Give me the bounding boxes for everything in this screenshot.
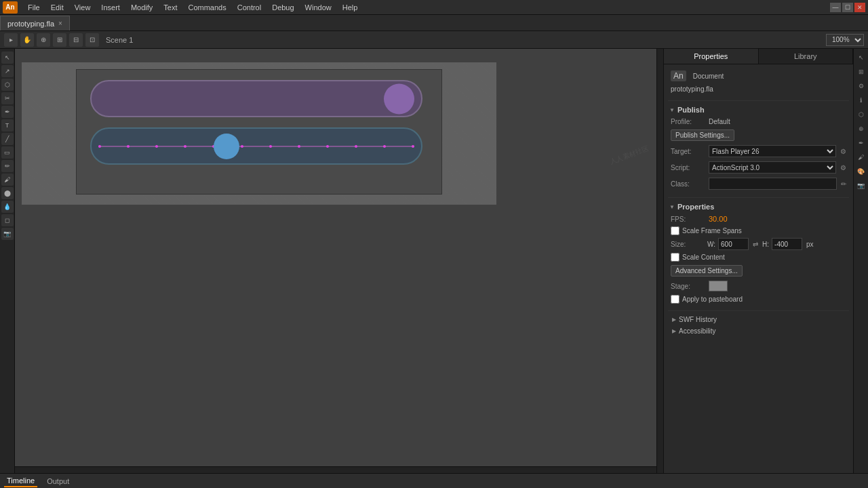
apply-pasteboard-checkbox[interactable] bbox=[671, 295, 679, 304]
doc-filename-row: prototyping.fla bbox=[668, 83, 849, 95]
advanced-settings-button[interactable]: Advanced Settings... bbox=[671, 265, 743, 277]
profile-label: Profile: bbox=[671, 118, 705, 125]
stage-hscroll[interactable] bbox=[15, 466, 656, 473]
timeline-tab[interactable]: Timeline bbox=[4, 475, 37, 487]
tool-eraser[interactable]: ◻ bbox=[1, 214, 14, 226]
stage-vscroll[interactable] bbox=[656, 49, 663, 473]
tool-grid[interactable]: ⊞ bbox=[53, 33, 66, 47]
tab-filename: prototyping.fla bbox=[7, 20, 54, 28]
tool-paint-bucket[interactable]: ⬤ bbox=[1, 187, 14, 199]
ri-camera[interactable]: 📷 bbox=[855, 180, 867, 192]
swap-dimensions-icon[interactable]: ⇄ bbox=[753, 241, 758, 248]
menu-bar: An File Edit View Insert Modify Text Com… bbox=[0, 0, 868, 15]
tool-pen[interactable]: ✒ bbox=[1, 106, 14, 118]
close-button[interactable]: ✕ bbox=[854, 3, 865, 12]
tool-text[interactable]: T bbox=[1, 119, 14, 131]
publish-settings-button[interactable]: Publish Settings... bbox=[671, 129, 734, 141]
scale-frames-label: Scale Frame Spans bbox=[682, 227, 742, 235]
tool-anchor[interactable]: ⊡ bbox=[85, 33, 99, 47]
menu-modify[interactable]: Modify bbox=[126, 2, 157, 13]
tool-lasso[interactable]: ✂ bbox=[1, 92, 14, 104]
ri-pen[interactable]: ✒ bbox=[855, 137, 867, 149]
tab-library[interactable]: Library bbox=[759, 49, 854, 64]
script-select[interactable]: ActionScript 3.0 bbox=[709, 161, 836, 174]
ri-transform[interactable]: ⬡ bbox=[855, 108, 867, 121]
menu-commands[interactable]: Commands bbox=[183, 2, 231, 13]
menu-edit[interactable]: Edit bbox=[46, 2, 68, 13]
tool-sub-select[interactable]: ↗ bbox=[1, 65, 14, 77]
swf-history-row[interactable]: ▶ SWF History bbox=[668, 314, 849, 325]
publish-header[interactable]: ▼ Publish bbox=[668, 104, 849, 116]
document-section: An Document prototyping.fla bbox=[668, 68, 849, 95]
tool-zoom-in[interactable]: ⊕ bbox=[37, 33, 50, 47]
ri-brush[interactable]: 🖌 bbox=[855, 151, 867, 163]
class-label: Class: bbox=[671, 180, 705, 188]
tool-snap[interactable]: ⊟ bbox=[69, 33, 83, 47]
script-settings-icon[interactable]: ⚙ bbox=[840, 164, 846, 171]
scene-label: Scene 1 bbox=[102, 36, 137, 44]
publish-label: Publish bbox=[677, 106, 705, 114]
bottom-section: Timeline Output + 🗑 🔒 👁 📁 ≡ 👁 🔒 Off bbox=[0, 473, 868, 488]
doc-header-row: An Document bbox=[668, 68, 849, 83]
target-select[interactable]: Flash Player 26 bbox=[709, 145, 836, 157]
ri-color[interactable]: 🎨 bbox=[855, 165, 867, 178]
apply-pasteboard-label: Apply to pasteboard bbox=[682, 296, 743, 303]
timeline-header: Timeline Output bbox=[0, 474, 868, 488]
minimize-button[interactable]: — bbox=[830, 3, 841, 12]
stage-inner bbox=[76, 69, 442, 195]
properties-section: ▼ Properties FPS: 30.00 Scale Frame Span… bbox=[668, 201, 849, 305]
menu-insert[interactable]: Insert bbox=[96, 2, 125, 13]
ri-arrow[interactable]: ↖ bbox=[855, 52, 867, 64]
advanced-settings-row: Advanced Settings... bbox=[668, 263, 849, 279]
tab-close[interactable]: × bbox=[58, 20, 62, 27]
class-row: Class: ✏ bbox=[668, 176, 849, 192]
stage-label: Stage: bbox=[671, 283, 705, 290]
class-edit-icon[interactable]: ✏ bbox=[841, 180, 846, 188]
class-input[interactable] bbox=[709, 178, 837, 190]
tool-select[interactable]: ▸ bbox=[4, 33, 18, 47]
target-settings-icon[interactable]: ⚙ bbox=[840, 148, 846, 155]
tool-pencil[interactable]: ✏ bbox=[1, 160, 14, 172]
publish-section: ▼ Publish Profile: Default Publish Setti… bbox=[668, 104, 849, 192]
tool-rect[interactable]: ▭ bbox=[1, 146, 14, 159]
file-tab[interactable]: prototyping.fla × bbox=[0, 16, 70, 30]
tool-line[interactable]: ╱ bbox=[1, 133, 14, 145]
menu-file[interactable]: File bbox=[23, 2, 45, 13]
menu-help[interactable]: Help bbox=[338, 2, 363, 13]
height-input[interactable] bbox=[772, 238, 802, 250]
tool-transform[interactable]: ⬡ bbox=[1, 79, 14, 91]
tool-brush[interactable]: 🖌 bbox=[1, 174, 14, 186]
tool-eyedropper[interactable]: 💧 bbox=[1, 201, 14, 213]
menu-view[interactable]: View bbox=[70, 2, 96, 13]
scale-frames-checkbox[interactable] bbox=[671, 226, 679, 235]
menu-control[interactable]: Control bbox=[233, 2, 266, 13]
scale-content-row: Scale Content bbox=[668, 251, 849, 263]
window-controls: — ☐ ✕ bbox=[830, 0, 868, 15]
tool-camera[interactable]: 📷 bbox=[1, 228, 14, 240]
ri-info[interactable]: ℹ bbox=[855, 94, 867, 106]
left-toolbar: ↖ ↗ ⬡ ✂ ✒ T ╱ ▭ ✏ 🖌 ⬤ 💧 ◻ 📷 bbox=[0, 49, 15, 473]
menu-debug[interactable]: Debug bbox=[267, 2, 298, 13]
scale-content-checkbox[interactable] bbox=[671, 253, 679, 262]
tool-arrow[interactable]: ↖ bbox=[1, 52, 14, 64]
panel-tab-bar: Properties Library bbox=[664, 49, 853, 64]
height-label: H: bbox=[762, 241, 769, 248]
stage-canvas[interactable] bbox=[22, 62, 496, 205]
tab-properties[interactable]: Properties bbox=[664, 49, 759, 64]
ri-zoom[interactable]: ⊕ bbox=[855, 123, 867, 135]
stage-color-swatch[interactable] bbox=[709, 281, 728, 291]
maximize-button[interactable]: ☐ bbox=[842, 3, 853, 12]
output-tab[interactable]: Output bbox=[44, 476, 72, 487]
menu-text[interactable]: Text bbox=[159, 2, 182, 13]
fps-label: FPS: bbox=[671, 216, 705, 223]
main-layout: ↖ ↗ ⬡ ✂ ✒ T ╱ ▭ ✏ 🖌 ⬤ 💧 ◻ 📷 人人素材社区 人人素材社… bbox=[0, 49, 868, 473]
accessibility-row[interactable]: ▶ Accessibility bbox=[668, 325, 849, 337]
ri-settings[interactable]: ⚙ bbox=[855, 80, 867, 92]
fps-row: FPS: 30.00 bbox=[668, 213, 849, 225]
tool-hand[interactable]: ✋ bbox=[20, 33, 34, 47]
menu-window[interactable]: Window bbox=[300, 2, 336, 13]
width-input[interactable] bbox=[718, 238, 749, 250]
zoom-selector[interactable]: 100% 75% 50% 200% bbox=[826, 34, 864, 46]
properties-section-header[interactable]: ▼ Properties bbox=[668, 201, 849, 213]
ri-grid[interactable]: ⊞ bbox=[855, 66, 867, 78]
